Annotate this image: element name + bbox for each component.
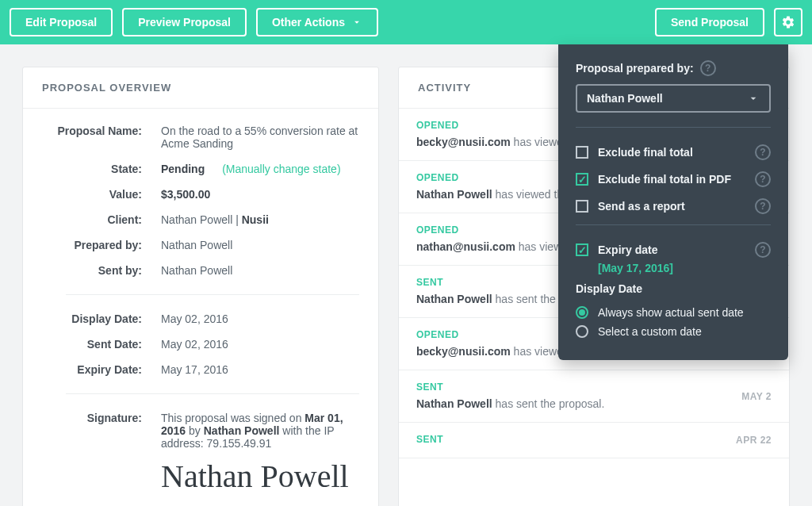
signature-text-mid: by (186, 424, 204, 437)
option-label: Expiry date (598, 243, 745, 256)
radio-icon (576, 306, 588, 319)
signature-script: Nathan Powell (161, 461, 359, 493)
value-sent-date: May 02, 2016 (161, 338, 359, 351)
option-label: Exclude final total (598, 146, 745, 159)
overview-row-state: State: Pending (Manually change state) (42, 156, 359, 182)
value-proposal-name: On the road to a 55% conversion rate at … (161, 125, 359, 150)
divider (576, 224, 771, 225)
help-icon[interactable]: ? (755, 242, 771, 258)
option-label: Exclude final total in PDF (598, 173, 745, 186)
other-actions-button[interactable]: Other Actions (256, 8, 378, 36)
other-actions-label: Other Actions (272, 16, 345, 29)
chevron-down-icon (747, 92, 760, 105)
activity-type: SENT (416, 380, 741, 394)
option-expiry-date[interactable]: Expiry date ? (576, 236, 771, 263)
value-client-company: Nusii (242, 213, 269, 226)
value-sentby: Nathan Powell (161, 264, 359, 277)
activity-text: Nathan Powell has sent the proposal. (416, 397, 604, 410)
overview-row-display-date: Display Date: May 02, 2016 (42, 306, 359, 332)
overview-card: PROPOSAL OVERVIEW Proposal Name: On the … (22, 67, 379, 506)
help-icon[interactable]: ? (755, 144, 771, 160)
checkbox-icon (576, 146, 588, 159)
overview-row-name: Proposal Name: On the road to a 55% conv… (42, 118, 359, 156)
radio-actual-date[interactable]: Always show actual sent date (576, 303, 771, 322)
gear-icon (781, 15, 795, 29)
expiry-date-value: [May 17, 2016] (598, 262, 771, 274)
overview-row-client: Client: Nathan Powell | Nusii (42, 207, 359, 232)
overview-row-prepared: Prepared by: Nathan Powell (42, 232, 359, 258)
activity-item: SENTNathan Powell has sent the proposal.… (399, 370, 789, 423)
activity-item: SENTAPR 22 (399, 423, 789, 458)
chevron-down-icon (351, 17, 362, 28)
value-expiry-date: May 17, 2016 (161, 363, 359, 376)
overview-title: PROPOSAL OVERVIEW (23, 67, 378, 109)
label-proposal-name: Proposal Name: (42, 125, 161, 150)
label-signature: Signature: (42, 412, 161, 493)
activity-date: APR 22 (736, 433, 772, 447)
value-value: $3,500.00 (161, 188, 210, 201)
preview-proposal-button[interactable]: Preview Proposal (122, 8, 247, 36)
display-date-heading: Display Date (576, 282, 771, 295)
overview-row-signature: Signature: This proposal was signed on M… (42, 405, 359, 499)
signature-name: Nathan Powell (204, 424, 280, 437)
value-prepared: Nathan Powell (161, 239, 359, 251)
label-prepared: Prepared by: (42, 239, 161, 251)
divider (576, 127, 771, 128)
value-display-date: May 02, 2016 (161, 312, 359, 325)
label-display-date: Display Date: (42, 312, 161, 325)
label-client: Client: (42, 213, 161, 226)
activity-type: SENT (416, 432, 736, 447)
help-icon[interactable]: ? (755, 198, 771, 214)
label-state: State: (42, 163, 161, 175)
prepared-by-value: Nathan Powell (587, 92, 663, 105)
settings-button[interactable] (774, 8, 802, 36)
value-state: Pending (161, 163, 205, 175)
divider (66, 294, 359, 295)
topbar: Edit Proposal Preview Proposal Other Act… (0, 0, 812, 44)
divider (66, 393, 359, 394)
radio-custom-date[interactable]: Select a custom date (576, 322, 771, 341)
radio-label: Always show actual sent date (598, 306, 744, 319)
radio-icon (576, 325, 588, 338)
overview-row-expiry-date: Expiry Date: May 17, 2016 (42, 357, 359, 382)
label-sentby: Sent by: (42, 264, 161, 277)
option-send-as-report[interactable]: Send as a report ? (576, 193, 771, 220)
overview-row-sentby: Sent by: Nathan Powell (42, 258, 359, 283)
settings-popover: Proposal prepared by: ? Nathan Powell Ex… (558, 44, 788, 360)
help-icon[interactable]: ? (755, 171, 771, 187)
label-sent-date: Sent Date: (42, 338, 161, 351)
help-icon[interactable]: ? (700, 60, 716, 76)
value-client-name: Nathan Powell (161, 213, 232, 226)
signature-text-prefix: This proposal was signed on (161, 412, 304, 424)
label-value: Value: (42, 188, 161, 201)
prepared-by-label: Proposal prepared by: (576, 62, 694, 75)
overview-row-sent-date: Sent Date: May 02, 2016 (42, 332, 359, 357)
activity-date: MAY 2 (741, 389, 772, 404)
edit-proposal-button[interactable]: Edit Proposal (10, 8, 113, 36)
label-expiry-date: Expiry Date: (42, 363, 161, 376)
radio-label: Select a custom date (598, 325, 702, 338)
option-exclude-final-total[interactable]: Exclude final total ? (576, 139, 771, 166)
option-label: Send as a report (598, 200, 745, 213)
prepared-by-select[interactable]: Nathan Powell (576, 84, 771, 113)
overview-row-value: Value: $3,500.00 (42, 182, 359, 207)
checkbox-icon (576, 173, 588, 186)
option-exclude-final-total-pdf[interactable]: Exclude final total in PDF ? (576, 166, 771, 193)
send-proposal-button[interactable]: Send Proposal (655, 8, 764, 36)
checkbox-icon (576, 243, 588, 256)
checkbox-icon (576, 200, 588, 213)
change-state-link[interactable]: (Manually change state) (222, 163, 340, 175)
